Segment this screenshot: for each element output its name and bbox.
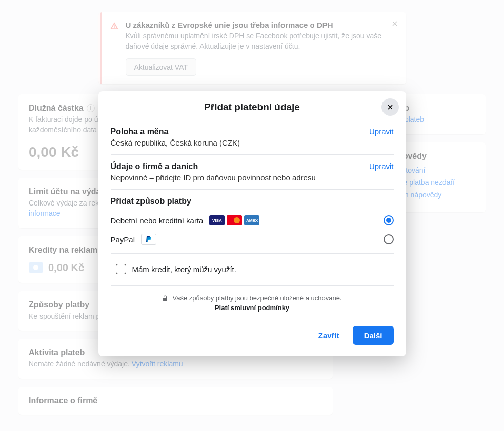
add-payment-modal: Přidat platební údaje Poloha a měna Česk…	[98, 91, 406, 356]
add-method-title: Přidat způsob platby	[111, 190, 394, 211]
card-radio[interactable]	[384, 215, 394, 225]
location-title: Poloha a měna	[111, 127, 240, 136]
location-section: Poloha a měna Česká republika, Česká kor…	[111, 120, 394, 155]
card-option-row[interactable]: Debetní nebo kreditní karta VISA AMEX	[111, 211, 394, 230]
close-button[interactable]: Zavřít	[309, 326, 349, 345]
amex-icon: AMEX	[244, 215, 259, 225]
modal-close-button[interactable]	[381, 98, 399, 116]
credit-checkbox-label: Mám kredit, který můžu využít.	[132, 265, 236, 274]
terms-link[interactable]: Platí smluvní podmínky	[111, 304, 394, 312]
secure-note: Vaše způsoby platby jsou bezpečně uložen…	[111, 285, 394, 320]
tax-edit-link[interactable]: Upravit	[369, 162, 394, 171]
tax-value: Nepovinné – přidejte ID pro daňovou povi…	[111, 173, 316, 182]
paypal-radio[interactable]	[384, 234, 394, 244]
tax-title: Údaje o firmě a daních	[111, 162, 316, 171]
secure-text: Vaše způsoby platby jsou bezpečně uložen…	[172, 294, 341, 302]
credit-checkbox[interactable]	[116, 264, 126, 274]
location-value: Česká republika, Česká koruna (CZK)	[111, 138, 240, 147]
lock-icon	[162, 295, 168, 301]
next-button[interactable]: Další	[353, 326, 394, 345]
card-option-label: Debetní nebo kreditní karta	[111, 216, 204, 225]
close-icon	[386, 103, 394, 111]
location-edit-link[interactable]: Upravit	[369, 127, 394, 136]
paypal-option-label: PayPal	[111, 235, 135, 244]
credit-checkbox-row: Mám kredit, který můžu využít.	[111, 253, 394, 285]
paypal-icon	[141, 234, 156, 245]
paypal-option-row[interactable]: PayPal	[111, 230, 394, 249]
tax-section: Údaje o firmě a daních Nepovinné – přide…	[111, 155, 394, 190]
modal-title: Přidat platební údaje	[111, 101, 394, 113]
mastercard-icon	[227, 215, 242, 225]
visa-icon: VISA	[209, 215, 225, 225]
